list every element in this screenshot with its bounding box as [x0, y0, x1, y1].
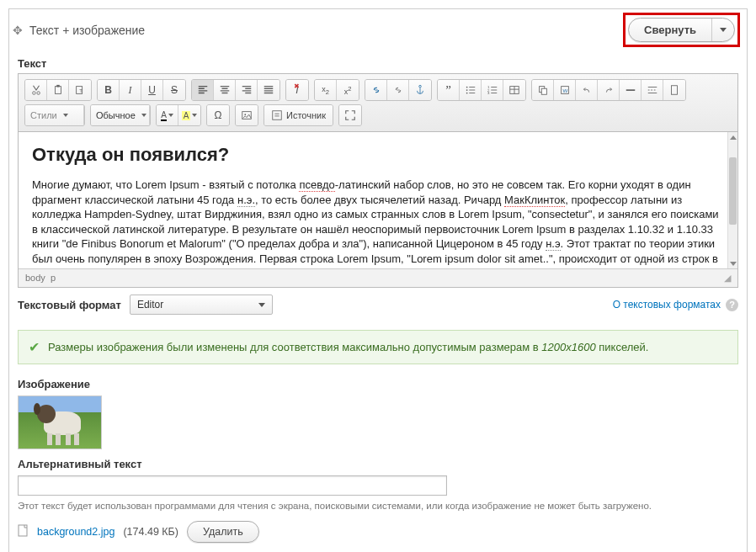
italic-button[interactable]: I [120, 80, 141, 100]
styles-combo[interactable]: Стили [25, 105, 84, 125]
svg-rect-3 [56, 85, 60, 88]
bold-button[interactable]: B [98, 80, 120, 100]
image-resize-status: ✔ Размеры изображения были изменены для … [18, 330, 738, 364]
subscript-button[interactable]: x2 [315, 80, 337, 100]
drag-handle-icon[interactable]: ✥ [13, 24, 23, 37]
file-row: background2.jpg (174.49 КБ) Удалить [9, 518, 747, 552]
remove-file-button[interactable]: Удалить [187, 521, 259, 543]
scroll-thumb[interactable] [729, 157, 737, 225]
align-center-button[interactable] [214, 80, 236, 100]
caret-down-icon [258, 303, 265, 307]
text-color-button[interactable]: A [157, 105, 178, 125]
text-image-panel: ✥ Текст + изображение Свернуть Текст T B… [8, 8, 748, 552]
underline-button[interactable]: U [141, 80, 163, 100]
source-button[interactable]: Источник [264, 105, 333, 125]
editor-body[interactable]: Откуда он появился? Многие думают, что L… [19, 132, 737, 268]
svg-point-20 [244, 114, 246, 115]
collapse-button[interactable]: Свернуть [629, 19, 712, 41]
blockquote-button[interactable]: ” [438, 80, 460, 100]
special-char-button[interactable]: Ω [207, 105, 229, 125]
file-size: (174.49 КБ) [123, 526, 178, 538]
editor-scrollbar[interactable] [727, 132, 737, 268]
text-format-help-link[interactable]: О текстовых форматах ? [613, 299, 738, 311]
panel-header: ✥ Текст + изображение Свернуть [9, 9, 747, 54]
editor-toolbar: T B I U S I✖ x2 x2 [19, 74, 737, 132]
align-left-button[interactable] [192, 80, 214, 100]
svg-text:T: T [79, 88, 83, 93]
redo-button[interactable] [598, 80, 620, 100]
image-button[interactable] [236, 105, 258, 125]
text-format-label: Текстовый формат [18, 299, 121, 311]
image-thumbnail[interactable] [18, 395, 102, 449]
content-paragraph: Многие думают, что Lorem Ipsum - взятый … [32, 178, 724, 268]
file-name-link[interactable]: background2.jpg [37, 526, 114, 538]
path-p[interactable]: p [51, 273, 56, 283]
caret-down-icon [720, 28, 727, 32]
help-icon: ? [726, 299, 738, 311]
svg-rect-21 [273, 111, 282, 120]
svg-text:3: 3 [487, 91, 489, 95]
bg-color-button[interactable]: A [178, 105, 200, 125]
alt-text-help: Этот текст будет использован программами… [9, 499, 747, 518]
svg-point-9 [466, 93, 467, 94]
remove-format-button[interactable]: I✖ [286, 80, 308, 100]
svg-point-0 [32, 92, 35, 95]
editor-content[interactable]: Откуда он появился? Многие думают, что L… [19, 132, 737, 268]
maximize-button[interactable] [339, 105, 361, 125]
collapse-button-group: Свернуть [628, 18, 735, 42]
bullet-list-button[interactable] [460, 80, 482, 100]
editor-footer: body p ◢ [19, 268, 737, 287]
resize-handle-icon[interactable]: ◢ [724, 273, 731, 284]
align-right-button[interactable] [236, 80, 258, 100]
format-combo[interactable]: Обычное [91, 105, 150, 125]
svg-point-1 [36, 92, 40, 95]
superscript-button[interactable]: x2 [337, 80, 359, 100]
svg-rect-15 [541, 88, 546, 94]
svg-point-8 [466, 89, 467, 91]
svg-text:W: W [562, 88, 567, 93]
undo-button[interactable] [576, 80, 598, 100]
svg-rect-22 [19, 525, 27, 536]
anchor-button[interactable] [409, 80, 431, 100]
path-body[interactable]: body [25, 273, 45, 283]
element-path: body p [25, 273, 56, 284]
page-break-button[interactable] [642, 80, 663, 100]
scroll-down-icon[interactable] [728, 258, 737, 268]
panel-title: Текст + изображение [29, 24, 145, 37]
table-button[interactable] [503, 80, 525, 100]
check-icon: ✔ [29, 339, 40, 355]
svg-rect-2 [55, 87, 61, 94]
svg-rect-18 [672, 86, 678, 95]
text-format-row: Текстовый формат Editor О текстовых форм… [9, 288, 747, 323]
paste-button[interactable] [47, 80, 69, 100]
text-format-select[interactable]: Editor [130, 295, 273, 315]
unlink-button[interactable] [387, 80, 409, 100]
alt-text-label: Альтернативный текст [9, 451, 747, 474]
svg-point-7 [466, 87, 467, 88]
copy-button[interactable] [532, 80, 554, 100]
paste-word-button[interactable]: W [554, 80, 576, 100]
scroll-up-icon[interactable] [728, 132, 737, 142]
document-button[interactable] [663, 80, 685, 100]
align-justify-button[interactable] [258, 80, 280, 100]
svg-point-6 [419, 85, 422, 88]
image-field-label: Изображение [9, 371, 747, 394]
status-text: Размеры изображения были изменены для со… [48, 341, 648, 353]
file-icon [18, 524, 29, 539]
alt-text-input[interactable] [18, 475, 447, 496]
content-heading: Откуда он появился? [32, 144, 724, 166]
collapse-dropdown-toggle[interactable] [712, 19, 734, 41]
paste-plain-button[interactable]: T [69, 80, 91, 100]
cut-button[interactable] [25, 80, 47, 100]
annotation-highlight: Свернуть [623, 13, 740, 47]
strike-button[interactable]: S [163, 80, 185, 100]
hr-button[interactable] [620, 80, 642, 100]
numbered-list-button[interactable]: 123 [482, 80, 503, 100]
rich-text-editor: T B I U S I✖ x2 x2 [18, 73, 738, 288]
text-field-label: Текст [9, 54, 747, 73]
link-button[interactable] [365, 80, 387, 100]
